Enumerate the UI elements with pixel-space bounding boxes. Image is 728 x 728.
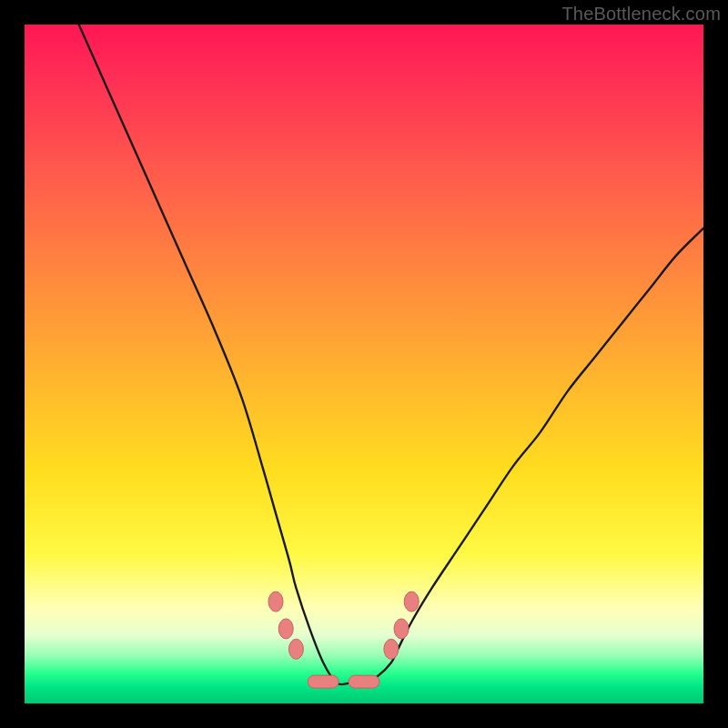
curve-marker	[404, 592, 419, 612]
curve-markers	[268, 592, 419, 688]
curve-marker	[384, 639, 399, 659]
curve-marker	[288, 639, 303, 659]
curve-marker	[308, 675, 339, 688]
curve-marker	[278, 619, 293, 639]
bottleneck-curve	[79, 25, 703, 684]
attribution-watermark: TheBottleneck.com	[561, 4, 721, 25]
curve-marker	[268, 592, 283, 612]
curve-marker	[394, 619, 409, 639]
curve-marker	[349, 675, 379, 688]
curve-layer	[25, 25, 703, 703]
plot-area	[25, 25, 703, 703]
chart-frame: TheBottleneck.com	[0, 0, 728, 728]
